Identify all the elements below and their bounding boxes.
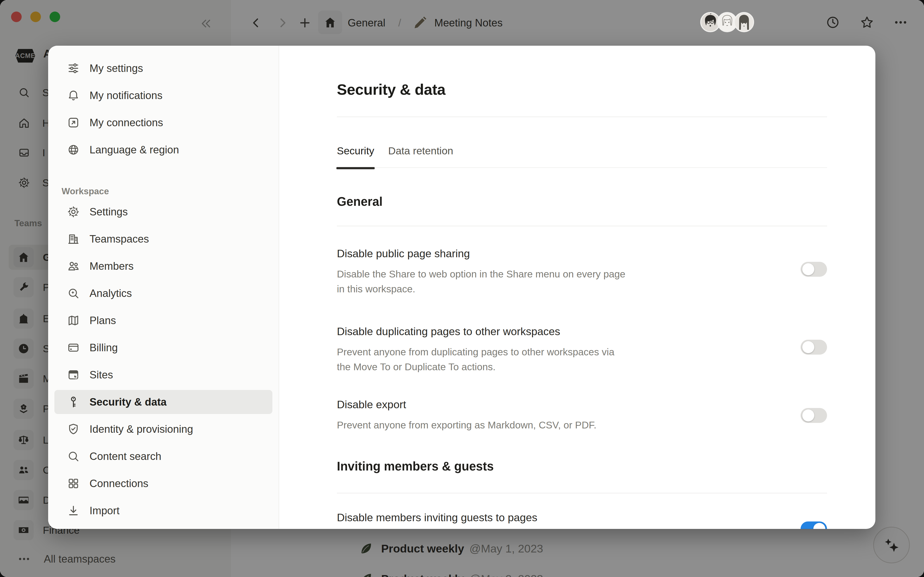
shield-check-icon [67,423,80,436]
members-icon [67,259,80,272]
setting-disable-duplicating-pages: Disable duplicating pages to other works… [337,324,827,374]
settings-nav-billing[interactable]: Billing [54,335,272,359]
settings-nav-connections[interactable]: Connections [54,471,272,495]
grid-icon [67,477,80,490]
app-window: General / Meeting Notes Share ACME A S [0,0,924,577]
sliders-icon [67,62,80,75]
setting-disable-export: Disable export Prevent anyone from expor… [337,397,827,432]
settings-nav-plans[interactable]: Plans [54,308,272,332]
search-sparkle-icon [67,287,80,300]
settings-nav-language-region[interactable]: Language & region [54,138,272,162]
setting-description: Prevent anyone from duplicating pages to… [337,345,614,374]
building-icon [67,232,80,245]
page-title: Security & data [337,79,827,100]
settings-nav-teamspaces[interactable]: Teamspaces [54,227,272,251]
arrow-up-right-box-icon [67,116,80,129]
settings-nav-settings[interactable]: Settings [54,200,272,224]
toggle-disable-duplicating-pages[interactable] [801,340,827,355]
settings-modal: My settings My notifications My connecti… [48,46,876,529]
tab-data-retention[interactable]: Data retention [388,145,453,157]
section-heading-general: General [337,194,827,210]
setting-title: Disable export [337,397,596,412]
key-icon [67,395,80,408]
divider [337,493,827,493]
avatar[interactable] [734,12,754,32]
settings-nav-analytics[interactable]: Analytics [54,281,272,305]
bell-icon [67,89,80,102]
setting-description: Disable the Share to web option in the S… [337,267,625,297]
settings-nav-my-connections[interactable]: My connections [54,111,272,135]
divider [337,117,827,117]
globe-icon [67,143,80,156]
settings-nav-my-notifications[interactable]: My notifications [54,84,272,108]
setting-disable-public-page-sharing: Disable public page sharing Disable the … [337,247,827,297]
settings-nav-content-search[interactable]: Content search [54,444,272,468]
settings-nav-my-settings[interactable]: My settings [54,56,272,80]
section-heading-inviting: Inviting members & guests [337,458,827,474]
tab-security[interactable]: Security [337,145,374,157]
browser-cursor-icon [67,368,80,381]
tabs: Security Data retention [337,145,827,168]
settings-nav-sites[interactable]: Sites [54,363,272,387]
divider [337,226,827,226]
setting-description: Prevent anyone from exporting as Markdow… [337,417,596,432]
setting-disable-members-inviting-guests: Disable members inviting guests to pages [337,510,827,529]
toggle-disable-public-page-sharing[interactable] [801,262,827,277]
workspace-section-header: Workspace [48,186,279,197]
settings-nav-identity-provisioning[interactable]: Identity & provisioning [54,417,272,441]
credit-card-icon [67,341,80,354]
settings-nav-members[interactable]: Members [54,254,272,278]
map-icon [67,314,80,327]
settings-nav-security-data[interactable]: Security & data [54,390,272,414]
setting-title: Disable public page sharing [337,247,625,261]
setting-title: Disable members inviting guests to pages [337,510,537,525]
arrow-down-tray-icon [67,504,80,517]
gear-icon [67,205,80,218]
settings-content: Security & data Security Data retention … [279,46,876,529]
settings-nav: My settings My notifications My connecti… [48,46,279,529]
magnifier-icon [67,450,80,463]
setting-title: Disable duplicating pages to other works… [337,324,614,339]
toggle-disable-members-inviting-guests[interactable] [801,521,827,529]
settings-nav-import[interactable]: Import [54,499,272,523]
toggle-disable-export[interactable] [801,408,827,423]
